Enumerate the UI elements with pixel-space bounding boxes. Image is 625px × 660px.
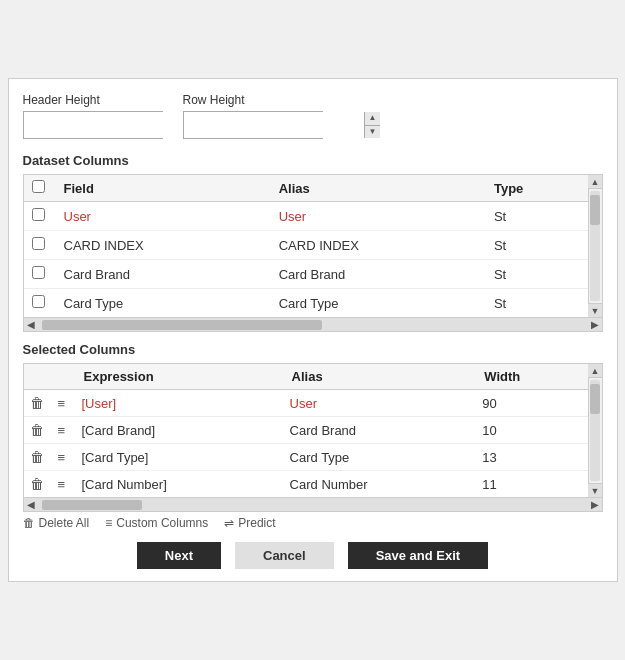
dataset-hscroll-thumb xyxy=(42,320,322,330)
header-height-group: Header Height 25 ▲ ▼ xyxy=(23,93,163,139)
main-container: Header Height 25 ▲ ▼ Row Height 35 ▲ ▼ D… xyxy=(8,78,618,582)
dataset-row-field-3: Card Brand xyxy=(56,260,271,289)
selected-columns-title: Selected Columns xyxy=(23,342,603,357)
selected-col-eq xyxy=(52,364,76,390)
dataset-row-alias-4: Card Type xyxy=(271,289,486,318)
row-height-group: Row Height 35 ▲ ▼ xyxy=(183,93,323,139)
dataset-row-field-1: User xyxy=(56,202,271,231)
selected-vscroll-track xyxy=(590,380,600,481)
selected-row-expr-4: [Card Number] xyxy=(76,471,284,498)
dataset-row-alias-3: Card Brand xyxy=(271,260,486,289)
header-height-label: Header Height xyxy=(23,93,163,107)
selected-row-del-1[interactable]: 🗑 xyxy=(24,390,52,417)
table-row: Card Type Card Type St xyxy=(24,289,588,318)
save-exit-button[interactable]: Save and Exit xyxy=(348,542,489,569)
selected-col-alias: Alias xyxy=(284,364,477,390)
dataset-hscroll-right[interactable]: ▶ xyxy=(588,319,602,330)
table-row: 🗑 ≡ [Card Number] Card Number 11 xyxy=(24,471,588,498)
dataset-col-check xyxy=(24,175,56,202)
selected-table: Expression Alias Width 🗑 ≡ [User] User 9… xyxy=(24,364,588,497)
dataset-row-check-3[interactable] xyxy=(24,260,56,289)
footer-toolbar: 🗑 Delete All ≡ Custom Columns ⇌ Predict xyxy=(23,516,603,530)
header-height-input[interactable]: 25 xyxy=(24,112,204,138)
selected-hscroll-bar[interactable]: ◀ ▶ xyxy=(24,497,602,511)
height-fields: Header Height 25 ▲ ▼ Row Height 35 ▲ ▼ xyxy=(23,93,603,139)
selected-vscroll-thumb xyxy=(590,384,600,414)
table-row: 🗑 ≡ [Card Brand] Card Brand 10 xyxy=(24,417,588,444)
row-height-input[interactable]: 35 xyxy=(184,112,364,138)
dataset-columns-table-wrap: Field Alias Type User User St xyxy=(23,174,603,332)
predict-label: Predict xyxy=(238,516,275,530)
trash-icon: 🗑 xyxy=(23,516,35,530)
dataset-row-check-4[interactable] xyxy=(24,289,56,318)
delete-all-button[interactable]: 🗑 Delete All xyxy=(23,516,90,530)
dataset-table-inner: Field Alias Type User User St xyxy=(24,175,588,317)
dataset-row-field-4: Card Type xyxy=(56,289,271,318)
dataset-col-type: Type xyxy=(486,175,588,202)
selected-row-width-3: 13 xyxy=(476,444,587,471)
dataset-hscroll-left[interactable]: ◀ xyxy=(24,319,38,330)
custom-columns-button[interactable]: ≡ Custom Columns xyxy=(105,516,208,530)
row-height-up[interactable]: ▲ xyxy=(365,112,381,126)
table-row: User User St xyxy=(24,202,588,231)
table-row: 🗑 ≡ [User] User 90 xyxy=(24,390,588,417)
dataset-row-type-4: St xyxy=(486,289,588,318)
dataset-columns-title: Dataset Columns xyxy=(23,153,603,168)
cancel-button[interactable]: Cancel xyxy=(235,542,334,569)
dataset-row-check-2[interactable] xyxy=(24,231,56,260)
selected-table-scroll-area: Expression Alias Width 🗑 ≡ [User] User 9… xyxy=(24,364,602,497)
dataset-vscroll[interactable]: ▲ ▼ xyxy=(588,175,602,317)
selected-columns-table-wrap: Expression Alias Width 🗑 ≡ [User] User 9… xyxy=(23,363,603,512)
dataset-row-check-1[interactable] xyxy=(24,202,56,231)
dataset-col-field: Field xyxy=(56,175,271,202)
selected-col-expression: Expression xyxy=(76,364,284,390)
dataset-vscroll-track xyxy=(590,191,600,301)
dataset-vscroll-thumb xyxy=(590,195,600,225)
selected-row-width-1: 90 xyxy=(476,390,587,417)
dataset-select-all-checkbox[interactable] xyxy=(32,180,45,193)
predict-icon: ⇌ xyxy=(224,516,234,530)
table-row: 🗑 ≡ [Card Type] Card Type 13 xyxy=(24,444,588,471)
selected-row-width-4: 11 xyxy=(476,471,587,498)
header-height-spinner[interactable]: 25 ▲ ▼ xyxy=(23,111,163,139)
dataset-table-scroll-area: Field Alias Type User User St xyxy=(24,175,602,317)
predict-button[interactable]: ⇌ Predict xyxy=(224,516,275,530)
selected-hscroll-right[interactable]: ▶ xyxy=(588,499,602,510)
dataset-hscroll-bar[interactable]: ◀ ▶ xyxy=(24,317,602,331)
selected-row-del-2[interactable]: 🗑 xyxy=(24,417,52,444)
selected-row-alias-1: User xyxy=(284,390,477,417)
selected-row-alias-4: Card Number xyxy=(284,471,477,498)
action-buttons: Next Cancel Save and Exit xyxy=(23,542,603,569)
custom-columns-icon: ≡ xyxy=(105,516,112,530)
selected-row-width-2: 10 xyxy=(476,417,587,444)
row-height-spinner[interactable]: 35 ▲ ▼ xyxy=(183,111,323,139)
dataset-header-row: Field Alias Type xyxy=(24,175,588,202)
selected-row-expr-2: [Card Brand] xyxy=(76,417,284,444)
selected-vscroll-up[interactable]: ▲ xyxy=(588,364,602,378)
row-height-down[interactable]: ▼ xyxy=(365,126,381,139)
selected-row-del-3[interactable]: 🗑 xyxy=(24,444,52,471)
selected-vscroll-down[interactable]: ▼ xyxy=(588,483,602,497)
selected-row-del-4[interactable]: 🗑 xyxy=(24,471,52,498)
delete-row-2-button[interactable]: 🗑 xyxy=(30,422,44,438)
selected-col-width: Width xyxy=(476,364,587,390)
selected-row-alias-2: Card Brand xyxy=(284,417,477,444)
selected-hscroll-thumb xyxy=(42,500,142,510)
selected-vscroll[interactable]: ▲ ▼ xyxy=(588,364,602,497)
selected-hscroll-left[interactable]: ◀ xyxy=(24,499,38,510)
dataset-vscroll-down[interactable]: ▼ xyxy=(588,303,602,317)
table-row: CARD INDEX CARD INDEX St xyxy=(24,231,588,260)
selected-row-alias-3: Card Type xyxy=(284,444,477,471)
delete-row-1-button[interactable]: 🗑 xyxy=(30,395,44,411)
delete-all-label: Delete All xyxy=(39,516,90,530)
selected-row-eq-3: ≡ xyxy=(52,444,76,471)
dataset-row-type-1: St xyxy=(486,202,588,231)
delete-row-3-button[interactable]: 🗑 xyxy=(30,449,44,465)
dataset-vscroll-up[interactable]: ▲ xyxy=(588,175,602,189)
dataset-table: Field Alias Type User User St xyxy=(24,175,588,317)
dataset-col-alias: Alias xyxy=(271,175,486,202)
delete-row-4-button[interactable]: 🗑 xyxy=(30,476,44,492)
table-row: Card Brand Card Brand St xyxy=(24,260,588,289)
selected-row-expr-1: [User] xyxy=(76,390,284,417)
next-button[interactable]: Next xyxy=(137,542,221,569)
